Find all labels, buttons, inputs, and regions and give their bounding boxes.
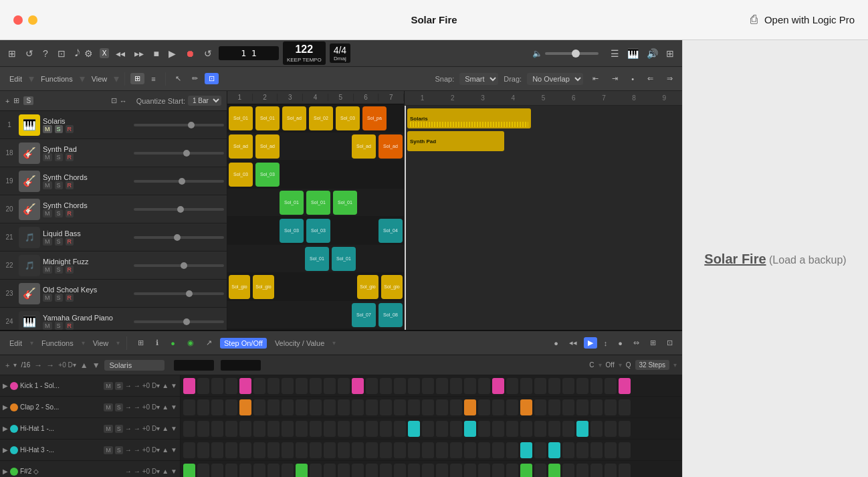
browser-btn[interactable]: ⊞ (663, 47, 677, 60)
step-cell[interactable] (310, 399, 322, 415)
step-cell[interactable] (590, 421, 603, 437)
step-cell[interactable] (352, 421, 364, 437)
tool-button-3[interactable]: ? (40, 47, 51, 60)
drag-btn-5[interactable]: ⇒ (663, 73, 677, 84)
bottom-arrow-icon[interactable]: ↗ (202, 337, 216, 349)
step-cell[interactable] (338, 378, 350, 394)
step-cell[interactable] (548, 399, 560, 415)
volume-slider-23[interactable] (134, 292, 225, 295)
seq-up-kick[interactable]: ▲ (162, 382, 169, 389)
step-cell[interactable] (267, 378, 280, 394)
step-cell[interactable] (576, 442, 588, 458)
pointer-tool[interactable]: ↖ (171, 73, 185, 84)
step-cell[interactable] (436, 378, 448, 394)
step-cell[interactable] (464, 464, 476, 478)
step-cell[interactable] (352, 378, 364, 394)
step-cell[interactable] (408, 442, 420, 458)
step-cell[interactable] (492, 378, 504, 394)
step-cell[interactable] (253, 421, 265, 437)
step-cell[interactable] (239, 464, 251, 478)
seq-up-btn[interactable]: ▲ (80, 361, 88, 370)
step-cell[interactable] (352, 464, 364, 478)
pattern-block[interactable]: Sol_ad (255, 134, 280, 159)
solo-btn-1[interactable]: S (55, 125, 63, 133)
step-cell[interactable] (619, 442, 631, 458)
seq-down-hh3[interactable]: ▼ (171, 446, 177, 454)
seq-s-hh3[interactable]: S (115, 446, 123, 454)
step-cell[interactable] (296, 378, 308, 394)
step-cell[interactable] (450, 399, 462, 415)
track-view-btn[interactable]: ⊞ (13, 96, 19, 105)
grid-view-btn[interactable]: ⊞ (130, 73, 144, 84)
bottom-green-icon[interactable]: ◉ (183, 337, 198, 349)
step-cell[interactable] (338, 421, 350, 437)
pattern-block[interactable]: Sol_03 (336, 106, 360, 130)
step-cell[interactable] (282, 378, 294, 394)
step-cell[interactable] (422, 464, 434, 478)
mute-btn-1[interactable]: M (43, 125, 52, 133)
step-cell[interactable] (520, 442, 532, 458)
step-cell[interactable] (211, 442, 223, 458)
step-cell[interactable] (225, 421, 237, 437)
drag-btn-1[interactable]: ⇤ (588, 73, 603, 84)
step-cell[interactable] (394, 399, 406, 415)
fast-forward-btn[interactable]: ▸▸ (132, 47, 146, 60)
volume-slider-20[interactable] (134, 208, 225, 211)
step-cell[interactable] (183, 399, 195, 415)
step-cell[interactable] (534, 399, 546, 415)
step-cell[interactable] (548, 378, 560, 394)
step-cell[interactable] (590, 442, 603, 458)
step-cell[interactable] (436, 399, 448, 415)
seq-expand-hh3[interactable]: ▶ (3, 446, 8, 454)
step-cell[interactable] (324, 421, 336, 437)
add-track-btn[interactable]: + (5, 97, 9, 105)
step-cell[interactable] (282, 464, 294, 478)
seq-m-hh1[interactable]: M (104, 425, 113, 433)
seq-up-clap[interactable]: ▲ (162, 403, 169, 411)
pattern-block[interactable]: Sol_08 (378, 303, 403, 327)
seq-down-clap[interactable]: ▼ (171, 403, 177, 411)
snap-select[interactable]: Smart (459, 73, 498, 85)
solo-btn-23[interactable]: S (55, 294, 63, 302)
pattern-block[interactable]: Sol_gio (381, 275, 403, 299)
bottom-icon1[interactable]: ⊞ (134, 337, 148, 349)
step-cell[interactable] (478, 442, 490, 458)
bottom-rewind-btn[interactable]: ◂◂ (565, 337, 581, 349)
rec-btn-24[interactable]: R (66, 322, 74, 330)
piano-btn[interactable]: 🎹 (625, 47, 641, 60)
step-cell[interactable] (520, 421, 532, 437)
step-cell[interactable] (366, 399, 378, 415)
step-cell[interactable] (422, 421, 434, 437)
step-cell[interactable] (548, 421, 560, 437)
step-cell[interactable] (492, 421, 504, 437)
step-cell[interactable] (408, 421, 420, 437)
step-cell[interactable] (576, 464, 588, 478)
pattern-block[interactable]: Sol_01 (255, 106, 280, 130)
rec-btn-18[interactable]: R (66, 153, 74, 161)
step-cell[interactable] (506, 442, 518, 458)
step-cell[interactable] (520, 378, 532, 394)
step-cell[interactable] (352, 399, 364, 415)
step-cell[interactable] (605, 421, 617, 437)
velocity-value-btn[interactable]: Velocity / Value (271, 338, 328, 349)
step-cell[interactable] (239, 378, 251, 394)
seq-down-f2[interactable]: ▼ (171, 468, 177, 475)
step-cell[interactable] (310, 421, 322, 437)
step-cell[interactable] (239, 399, 251, 415)
pencil-tool[interactable]: ✏ (188, 73, 202, 84)
pattern-block[interactable]: Sol_03 (229, 163, 253, 187)
open-with-logic-button[interactable]: Open with Logic Pro (764, 14, 855, 25)
tool-button-1[interactable]: ⊞ (5, 47, 19, 60)
step-cell[interactable] (422, 378, 434, 394)
step-cell[interactable] (394, 421, 406, 437)
seq-down-btn[interactable]: ▼ (92, 361, 100, 370)
step-cell[interactable] (380, 378, 392, 394)
share-icon[interactable]: ⎙ (750, 13, 758, 27)
step-cell[interactable] (492, 399, 504, 415)
overview-solaris-block[interactable]: Solaris (407, 108, 531, 128)
step-cell[interactable] (619, 421, 631, 437)
step-cell[interactable] (366, 421, 378, 437)
record-btn[interactable]: ⏺ (183, 47, 197, 60)
step-cell[interactable] (183, 464, 195, 478)
bottom-view-btn[interactable]: View (89, 338, 113, 349)
